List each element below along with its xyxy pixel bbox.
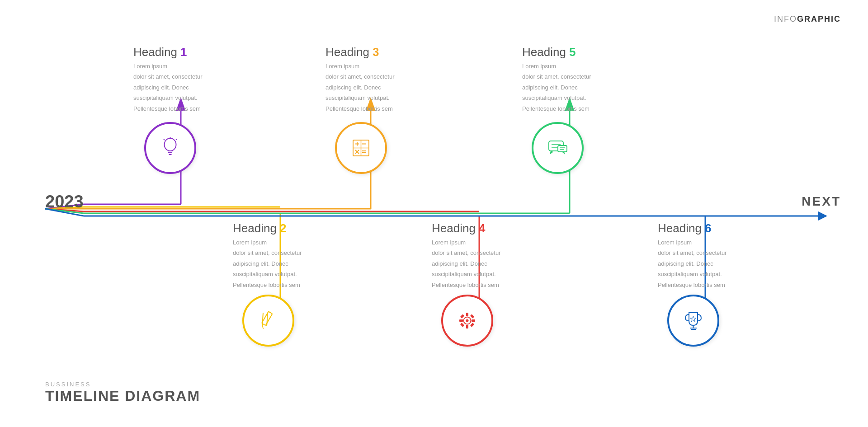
node-6-text: Heading 6 Lorem ipsum dolor sit amet, co…	[658, 221, 726, 290]
node-3-text: Heading 3 Lorem ipsum dolor sit amet, co…	[326, 45, 394, 114]
svg-marker-66	[690, 316, 696, 322]
node-3-circle	[335, 122, 387, 174]
lightbulb-icon	[158, 136, 183, 160]
node-5-circle	[532, 122, 584, 174]
node-5-text: Heading 5 Lorem ipsum dolor sit amet, co…	[522, 45, 591, 114]
svg-rect-50	[472, 319, 475, 322]
svg-line-29	[164, 139, 165, 140]
svg-rect-51	[460, 314, 464, 318]
bottom-main-title: TIMELINE DIAGRAM	[45, 388, 200, 404]
year-label: 2023	[45, 192, 84, 211]
chat-icon	[545, 136, 570, 160]
node-4-text: Heading 4 Lorem ipsum dolor sit amet, co…	[432, 221, 500, 290]
svg-line-30	[176, 139, 177, 140]
node-1-text: Heading 1 Lorem ipsum dolor sit amet, co…	[133, 45, 202, 114]
node-4: Heading 4 Lorem ipsum dolor sit amet, co…	[434, 221, 500, 347]
svg-rect-53	[460, 323, 464, 327]
svg-marker-32	[262, 327, 264, 329]
svg-rect-59	[558, 145, 567, 152]
node-6: Heading 6 Lorem ipsum dolor sit amet, co…	[660, 221, 726, 347]
node-6-heading: Heading 6	[658, 221, 726, 235]
node-4-body: Lorem ipsum dolor sit amet, consectetur …	[432, 237, 500, 290]
graphic-text: GRAPHIC	[797, 14, 841, 23]
svg-rect-47	[466, 313, 468, 316]
svg-point-24	[164, 138, 176, 151]
trophy-icon	[681, 308, 706, 333]
node-5-body: Lorem ipsum dolor sit amet, consectetur …	[522, 61, 591, 114]
calculator-icon	[349, 136, 373, 160]
svg-point-46	[466, 319, 469, 322]
node-4-circle	[441, 295, 493, 347]
gear-icon	[455, 308, 480, 333]
node-3-body: Lorem ipsum dolor sit amet, consectetur …	[326, 61, 394, 114]
node-2: Heading 2 Lorem ipsum dolor sit amet, co…	[235, 221, 302, 347]
svg-marker-56	[550, 151, 553, 155]
node-4-heading: Heading 4	[432, 221, 500, 235]
bottom-subtitle: BUSSINESS	[45, 381, 200, 388]
node-6-circle	[667, 295, 719, 347]
node-2-text: Heading 2 Lorem ipsum dolor sit amet, co…	[233, 221, 302, 290]
info-text: INFO	[774, 14, 797, 23]
svg-rect-48	[466, 325, 468, 328]
bottom-title: BUSSINESS TIMELINE DIAGRAM	[45, 381, 200, 404]
node-3-heading: Heading 3	[326, 45, 394, 59]
infographic-label: INFOGRAPHIC	[774, 14, 841, 24]
node-5-heading: Heading 5	[522, 45, 591, 59]
node-1-body: Lorem ipsum dolor sit amet, consectetur …	[133, 61, 202, 114]
node-2-heading: Heading 2	[233, 221, 302, 235]
node-2-body: Lorem ipsum dolor sit amet, consectetur …	[233, 237, 302, 290]
svg-rect-52	[470, 314, 474, 318]
node-3: Heading 3 Lorem ipsum dolor sit amet, co…	[328, 45, 394, 174]
next-label: NEXT	[802, 194, 841, 209]
node-1-heading: Heading 1	[133, 45, 202, 59]
svg-rect-54	[470, 323, 474, 327]
node-1-circle	[144, 122, 196, 174]
node-5: Heading 5 Lorem ipsum dolor sit amet, co…	[524, 45, 591, 174]
node-1: Heading 1 Lorem ipsum dolor sit amet, co…	[138, 45, 202, 174]
pencil-icon	[257, 309, 280, 332]
svg-rect-49	[459, 319, 463, 322]
svg-marker-10	[818, 211, 827, 221]
node-6-body: Lorem ipsum dolor sit amet, consectetur …	[658, 237, 726, 290]
node-2-circle	[242, 295, 294, 347]
svg-line-33	[262, 313, 263, 327]
